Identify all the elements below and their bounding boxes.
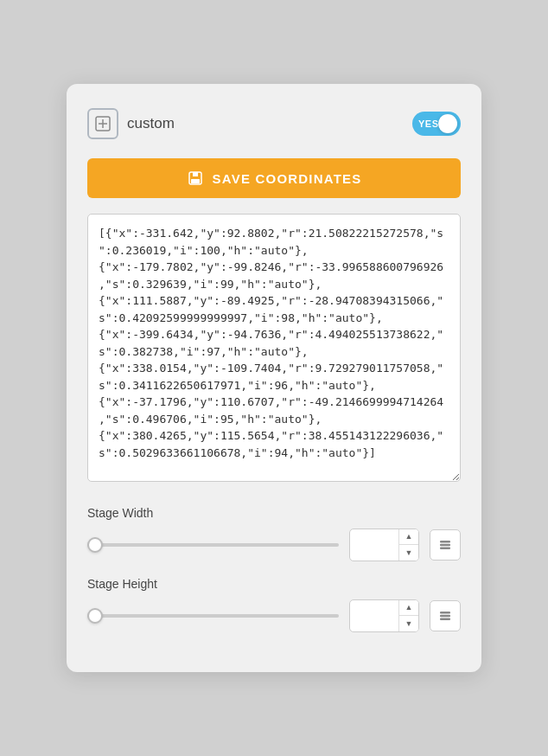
coordinates-textarea[interactable] xyxy=(87,214,461,482)
stage-height-input-group: ▲ ▼ xyxy=(349,599,419,632)
stage-height-input[interactable] xyxy=(350,600,398,631)
toggle-yes-label: YES xyxy=(418,119,439,129)
toggle-wrapper[interactable]: YES xyxy=(412,112,461,136)
stage-width-section: Stage Width ▲ ▼ xyxy=(87,506,461,561)
svg-rect-7 xyxy=(440,544,450,547)
custom-icon xyxy=(94,115,112,132)
svg-rect-6 xyxy=(440,541,450,543)
stage-height-increment[interactable]: ▲ xyxy=(399,600,418,616)
save-coordinates-label: SAVE COORDINATES xyxy=(213,171,362,186)
svg-rect-10 xyxy=(440,615,450,618)
save-coordinates-button[interactable]: SAVE COORDINATES xyxy=(87,158,461,198)
stage-height-slider-track[interactable] xyxy=(87,614,339,618)
stage-height-stepper: ▲ ▼ xyxy=(398,600,418,631)
stage-width-increment[interactable]: ▲ xyxy=(399,529,418,545)
stage-height-stack-button[interactable] xyxy=(430,600,461,631)
main-card: custom YES SAVE COORDINATES Stage Width xyxy=(67,84,481,672)
toggle-thumb xyxy=(438,114,457,133)
svg-rect-4 xyxy=(193,172,198,176)
stack-icon-width xyxy=(438,538,452,552)
stage-width-decrement[interactable]: ▼ xyxy=(399,545,418,561)
stage-height-control-row: ▲ ▼ xyxy=(87,599,461,632)
stack-icon-height xyxy=(438,609,452,623)
stage-width-slider-thumb[interactable] xyxy=(87,537,103,553)
custom-icon-box xyxy=(87,108,118,139)
stage-height-slider-thumb[interactable] xyxy=(87,608,103,624)
stage-height-label: Stage Height xyxy=(87,577,461,591)
header-left: custom xyxy=(87,108,175,139)
svg-rect-9 xyxy=(440,612,450,614)
custom-label: custom xyxy=(127,115,175,132)
stage-width-stack-button[interactable] xyxy=(430,529,461,561)
save-button-icon xyxy=(187,170,204,187)
stage-height-decrement[interactable]: ▼ xyxy=(399,616,418,631)
stage-height-section: Stage Height ▲ ▼ xyxy=(87,577,461,632)
svg-rect-11 xyxy=(440,618,450,621)
svg-rect-5 xyxy=(191,179,200,183)
stage-width-slider-track[interactable] xyxy=(87,543,339,547)
stage-width-label: Stage Width xyxy=(87,506,461,520)
toggle-switch[interactable]: YES xyxy=(412,112,461,136)
header-row: custom YES xyxy=(87,108,461,139)
stage-width-input-group: ▲ ▼ xyxy=(349,529,419,561)
stage-width-stepper: ▲ ▼ xyxy=(398,529,418,561)
stage-width-input[interactable] xyxy=(350,529,398,561)
svg-rect-8 xyxy=(440,548,450,550)
stage-width-control-row: ▲ ▼ xyxy=(87,529,461,561)
